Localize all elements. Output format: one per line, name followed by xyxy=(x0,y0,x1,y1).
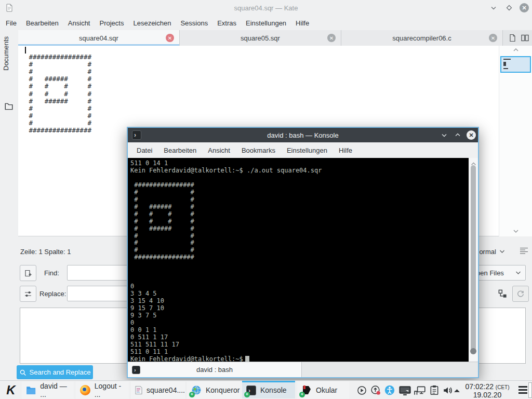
konsole-menu-bearbeiten[interactable]: Bearbeiten xyxy=(158,147,202,154)
kate-menu-sessions[interactable]: Sessions xyxy=(176,19,212,27)
task-konqueror[interactable]: + Konqueror xyxy=(187,382,240,398)
editor-text[interactable]: ################ # # # # # ###### # # # … xyxy=(25,46,91,134)
terminal-text: 511 0 14 1 Kein Fehlerdavid@talkortell:~… xyxy=(130,160,322,363)
tab-squarecompiler06[interactable]: squarecompiler06.c ✕ xyxy=(341,30,503,46)
search-and-replace-toolview-button[interactable]: Search and Replace xyxy=(17,365,93,379)
tab-square05-close-icon[interactable]: ✕ xyxy=(327,34,336,42)
cursor-position-status: Zeile: 1 Spalte: 1 xyxy=(20,248,71,256)
konsole-close-button[interactable]: ✕ xyxy=(467,130,476,140)
search-icon xyxy=(19,369,26,376)
kate-maximize-button[interactable] xyxy=(504,3,514,12)
clock-date: 19.02.20 xyxy=(459,391,515,399)
konsole-menu-bookmarks[interactable]: Bookmarks xyxy=(236,147,281,154)
editor-minimap-scrollbar[interactable] xyxy=(499,46,532,236)
tool-button-label: Search and Replace xyxy=(30,368,91,376)
scrollbar-thumb[interactable] xyxy=(471,165,476,351)
tab-square04[interactable]: square04.sqr ✕ xyxy=(18,30,180,46)
scroll-down-icon[interactable] xyxy=(513,229,519,235)
konsole-window: › david : bash — Konsole ✕ Datei Bearbei… xyxy=(127,127,479,378)
session-tab-label: david : bash xyxy=(128,366,301,374)
peek-desktop-widget[interactable] xyxy=(528,382,532,398)
kate-tabbar: square04.sqr ✕ square05.sqr ✕ squarecomp… xyxy=(18,30,532,46)
task-okular-label: Okular xyxy=(316,386,337,394)
scroll-up-icon[interactable] xyxy=(513,47,519,54)
kate-menu-file[interactable]: File xyxy=(1,19,21,27)
task-konqueror-label: Konqueror xyxy=(206,386,240,394)
split-view-icon[interactable] xyxy=(518,32,531,44)
new-window-badge: + xyxy=(299,392,305,397)
task-konsole-active[interactable]: › + Konsole xyxy=(242,382,295,398)
konsole-terminal-icon: › + xyxy=(246,385,256,395)
find-label: Find: xyxy=(44,269,59,277)
media-player-tray-icon[interactable] xyxy=(356,385,367,395)
tab-square05-label: square05.sqr xyxy=(241,34,280,42)
scrollbar-thumb-end[interactable] xyxy=(470,348,476,354)
software-updates-tray-icon[interactable] xyxy=(370,385,381,395)
kate-menu-hilfe[interactable]: Hilfe xyxy=(291,19,314,27)
panel-settings-hamburger-icon[interactable] xyxy=(518,386,527,394)
replace-label: Replace: xyxy=(39,290,66,298)
refresh-search-button[interactable] xyxy=(512,286,529,302)
task-firefox[interactable]: Logout - ... xyxy=(76,382,129,398)
display-settings-tray-icon[interactable] xyxy=(398,385,411,395)
task-dolphin[interactable]: david — ... xyxy=(22,382,74,398)
kate-document-icon xyxy=(135,385,142,395)
line-settings-icon[interactable] xyxy=(520,247,528,256)
terminal-scrollbar[interactable] xyxy=(469,158,478,364)
kate-titlebar[interactable]: square04.sqr — Kate ✕ xyxy=(0,0,532,16)
task-konsole-label: Konsole xyxy=(260,386,287,394)
new-document-icon[interactable] xyxy=(506,32,518,44)
documents-toolview-tab[interactable]: Documents xyxy=(2,36,10,71)
kate-menu-lesezeichen[interactable]: Lesezeichen xyxy=(128,19,176,27)
kate-menu-bearbeiten[interactable]: Bearbeiten xyxy=(21,19,63,27)
konsole-session-tab[interactable]: › david : bash xyxy=(128,362,302,377)
clock-timezone: (CET) xyxy=(496,384,510,390)
konsole-minimize-button[interactable] xyxy=(440,130,449,140)
konqueror-globe-icon: + xyxy=(191,385,202,395)
task-kate[interactable]: square04.... xyxy=(131,382,185,398)
tab-square04-close-icon[interactable]: ✕ xyxy=(166,34,174,42)
kate-minimize-button[interactable] xyxy=(489,3,498,12)
clipboard-tray-icon[interactable] xyxy=(429,385,440,395)
network-tray-icon[interactable] xyxy=(414,385,426,395)
task-firefox-label: Logout - ... xyxy=(95,382,129,398)
text-caret xyxy=(25,47,26,54)
konsole-maximize-button[interactable] xyxy=(453,130,462,140)
konsole-window-title: david : bash — Konsole xyxy=(128,131,478,139)
new-search-tab-button[interactable] xyxy=(20,265,36,281)
konsole-tabbar: › david : bash xyxy=(128,362,478,377)
tab-squarecompiler06-close-icon[interactable]: ✕ xyxy=(489,34,497,42)
konsole-menu-datei[interactable]: Datei xyxy=(131,147,158,154)
firefox-icon xyxy=(80,385,90,395)
task-kate-label: square04.... xyxy=(147,386,185,394)
konsole-menu-einstellungen[interactable]: Einstellungen xyxy=(281,147,333,154)
new-window-badge: + xyxy=(244,392,250,397)
kate-menu-extras[interactable]: Extras xyxy=(212,19,241,27)
terminal-display[interactable]: 511 0 14 1 Kein Fehlerdavid@talkortell:~… xyxy=(128,158,478,364)
volume-tray-icon[interactable] xyxy=(443,385,453,395)
chevron-down-icon xyxy=(515,271,521,275)
search-options-button[interactable] xyxy=(20,286,36,302)
konsole-menubar: Datei Bearbeiten Ansicht Bookmarks Einst… xyxy=(128,142,478,158)
expand-results-tree-icon[interactable] xyxy=(498,289,508,301)
konsole-menu-hilfe[interactable]: Hilfe xyxy=(333,147,358,154)
kate-menu-ansicht[interactable]: Ansicht xyxy=(63,19,95,27)
kate-close-button[interactable]: ✕ xyxy=(520,3,529,12)
tab-square04-label: square04.sqr xyxy=(79,34,118,42)
task-okular[interactable]: + Okular xyxy=(297,382,349,398)
kate-menu-einstellungen[interactable]: Einstellungen xyxy=(241,19,291,27)
kate-window-title: square04.sqr — Kate xyxy=(0,4,532,12)
okular-icon: + xyxy=(301,385,312,395)
kate-menubar: File Bearbeiten Ansicht Projects Lesezei… xyxy=(0,16,532,30)
application-launcher-icon[interactable]: K xyxy=(4,383,18,397)
konsole-menu-ansicht[interactable]: Ansicht xyxy=(202,147,236,154)
minimap-thumb[interactable] xyxy=(500,56,531,73)
konsole-titlebar[interactable]: › david : bash — Konsole ✕ xyxy=(128,128,478,142)
tab-squarecompiler06-label: squarecompiler06.c xyxy=(392,34,451,42)
projects-folder-icon[interactable] xyxy=(4,102,14,113)
accessibility-tray-icon[interactable] xyxy=(384,385,395,395)
tab-square05[interactable]: square05.sqr ✕ xyxy=(180,30,341,46)
folder-icon xyxy=(26,386,36,395)
digital-clock[interactable]: 07:02:22 (CET) 19.02.20 xyxy=(459,382,515,399)
kate-menu-projects[interactable]: Projects xyxy=(95,19,128,27)
